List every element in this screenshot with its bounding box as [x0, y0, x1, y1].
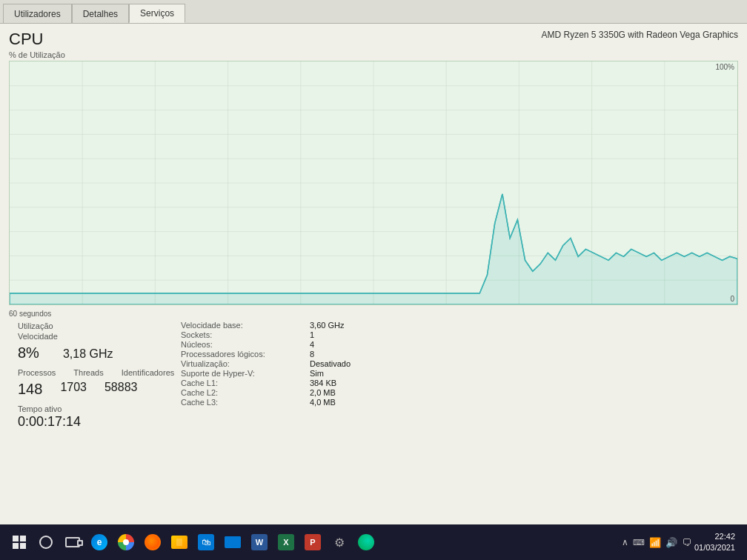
speed-value: 3,18 GHz — [63, 347, 113, 362]
cpu-model: AMD Ryzen 5 3350G with Radeon Vega Graph… — [542, 30, 738, 40]
word-icon[interactable]: W — [246, 529, 273, 556]
cpu-header: CPU AMD Ryzen 5 3350G with Radeon Vega G… — [9, 30, 738, 49]
chevron-up-icon[interactable]: ∧ — [622, 537, 628, 547]
detail-value: 4,0 MB — [310, 398, 729, 407]
utilization-label: Utilização — [18, 321, 58, 331]
keyboard-icon: ⌨ — [633, 538, 645, 547]
detail-value: 4 — [310, 340, 729, 349]
store-icon[interactable]: 🛍 — [193, 529, 219, 556]
search-button[interactable] — [33, 529, 59, 556]
stat-uptime-group: Tempo ativo 0:00:17:14 — [18, 404, 181, 430]
tray-icons: ∧ ⌨ 📶 🔊 🗨 — [622, 537, 691, 548]
mail-icon[interactable] — [219, 529, 246, 556]
taskbar: e 🛍 W X P ⚙ ∧ ⌨ — [0, 524, 747, 560]
internet-icon[interactable] — [353, 529, 379, 556]
main-window: Utilizadores Detalhes Serviços CPU AMD R… — [0, 0, 747, 524]
detail-value: Sim — [310, 369, 729, 378]
cpu-graph-svg — [10, 61, 737, 304]
processes-label: Processos — [18, 367, 56, 378]
uptime-value: 0:00:17:14 — [18, 414, 181, 430]
identifiers-value: 58883 — [104, 380, 138, 398]
firefox-icon[interactable] — [139, 529, 166, 556]
stats-right: Velocidade base:3,60 GHzSockets:1Núcleos… — [181, 321, 729, 436]
network-icon: 📶 — [649, 537, 661, 548]
powerpoint-icon[interactable]: P — [299, 529, 326, 556]
cpu-graph: 100% 0 — [9, 61, 738, 305]
detail-value: 8 — [310, 350, 729, 359]
detail-value: 1 — [310, 330, 729, 339]
speed-label: Velocidade — [18, 331, 58, 341]
explorer-icon[interactable] — [166, 529, 193, 556]
detail-key: Núcleos: — [181, 340, 307, 349]
detail-value: 384 KB — [310, 379, 729, 387]
detail-key: Velocidade base: — [181, 321, 307, 330]
chrome-icon[interactable] — [113, 529, 139, 556]
graph-time-label: 60 segundos — [9, 310, 738, 318]
detail-key: Suporte de Hyper-V: — [181, 369, 307, 378]
perf-section: CPU AMD Ryzen 5 3350G with Radeon Vega G… — [0, 24, 747, 439]
tab-detalhes[interactable]: Detalhes — [72, 4, 129, 23]
volume-icon[interactable]: 🔊 — [665, 537, 677, 548]
settings-icon[interactable]: ⚙ — [326, 529, 353, 556]
util-label: % de Utilização — [9, 50, 738, 59]
date-display: 01/03/2021 — [694, 542, 735, 553]
edge-icon[interactable]: e — [86, 529, 113, 556]
tab-utilizadores[interactable]: Utilizadores — [3, 4, 72, 23]
stats-section: Utilização Velocidade 8% 3,18 GHz Proces… — [9, 321, 738, 436]
uptime-label: Tempo ativo — [18, 404, 181, 414]
detail-key: Cache L2: — [181, 388, 307, 397]
detail-value: Desativado — [310, 359, 729, 368]
detail-table: Velocidade base:3,60 GHzSockets:1Núcleos… — [181, 321, 729, 407]
detail-value: 3,60 GHz — [310, 321, 729, 330]
tab-servicos[interactable]: Serviços — [129, 4, 185, 23]
excel-icon[interactable]: X — [273, 529, 299, 556]
threads-value: 1703 — [60, 380, 87, 398]
cpu-title: CPU — [9, 30, 43, 49]
processes-value: 148 — [18, 380, 42, 398]
system-tray: ∧ ⌨ 📶 🔊 🗨 22:42 01/03/2021 — [622, 531, 741, 554]
graph-max-label: 100% — [715, 63, 734, 71]
stat-processes-group: Processos Threads Identificadores 148 17… — [18, 367, 181, 397]
identifiers-label: Identificadores — [122, 367, 175, 378]
tray-time[interactable]: 22:42 01/03/2021 — [694, 531, 735, 554]
notification-icon[interactable]: 🗨 — [682, 537, 691, 548]
tab-bar: Utilizadores Detalhes Serviços — [0, 0, 747, 24]
stat-utilization-group: Utilização Velocidade 8% 3,18 GHz — [18, 321, 181, 361]
threads-label: Threads — [73, 367, 103, 378]
detail-key: Virtualização: — [181, 359, 307, 368]
clock-display: 22:42 — [694, 531, 735, 542]
detail-key: Cache L1: — [181, 379, 307, 387]
detail-key: Cache L3: — [181, 398, 307, 407]
start-button[interactable] — [6, 529, 33, 556]
detail-key: Sockets: — [181, 330, 307, 339]
graph-min-label: 0 — [730, 295, 734, 303]
stats-left: Utilização Velocidade 8% 3,18 GHz Proces… — [18, 321, 181, 436]
detail-key: Processadores lógicos: — [181, 350, 307, 359]
task-view-button[interactable] — [59, 529, 86, 556]
detail-value: 2,0 MB — [310, 388, 729, 397]
utilization-value: 8% — [18, 344, 39, 361]
